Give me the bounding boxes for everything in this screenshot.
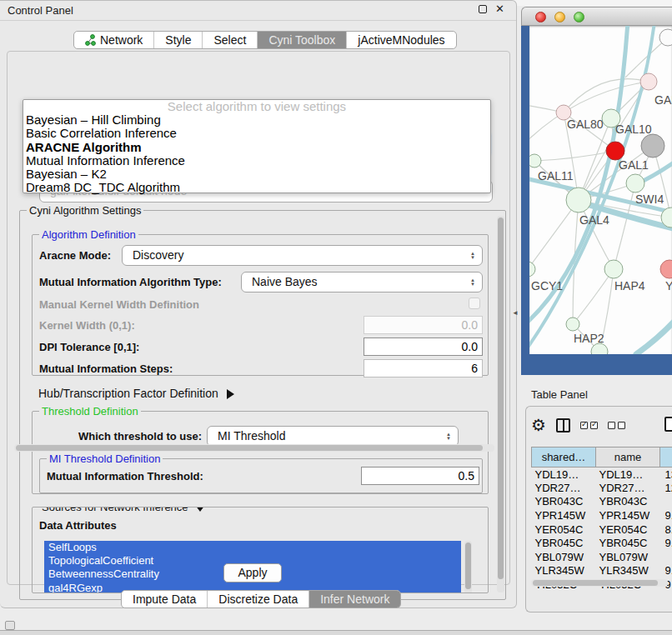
hub-section-label: Hub/Transcription Factor Definition <box>38 387 218 400</box>
deselect-all-icon[interactable] <box>608 422 625 429</box>
data-attribute-item[interactable]: SelfLoops <box>44 541 461 554</box>
network-node-label: GAL10 <box>615 122 652 136</box>
algorithm-dropdown-list: Select algorithm to view settings Bayesi… <box>23 99 491 193</box>
table-row[interactable]: YDR27…YDR27…12 <box>532 481 672 495</box>
network-node-label: GAL11 <box>538 169 574 182</box>
table-row[interactable]: YLR345WYLR345W9. <box>532 564 672 578</box>
network-node-green[interactable] <box>529 154 541 168</box>
network-edge[interactable] <box>614 183 635 269</box>
splitter-handle[interactable]: ◄ <box>512 309 519 317</box>
control-panel-title: Control Panel <box>8 4 73 17</box>
table-panel-toolbar: ⚙ <box>531 413 672 437</box>
mutual-information-threshold-input[interactable]: 0.5 <box>361 467 479 485</box>
settings-scrollbar[interactable] <box>497 216 504 592</box>
hub-section-toggle[interactable]: Hub/Transcription Factor Definition <box>38 387 234 400</box>
table-row[interactable]: YPR145WYPR145W9. <box>532 508 672 522</box>
threshold-definition-title: Threshold Definition <box>39 405 141 418</box>
settings-hscrollbar[interactable] <box>14 444 494 452</box>
aracne-mode-combo[interactable]: Discovery ▲▼ <box>122 245 483 266</box>
gear-icon[interactable]: ⚙ <box>531 417 546 433</box>
algorithm-option[interactable]: Bayesian – Hill Climbing <box>23 113 490 127</box>
tab-jactivemnodules[interactable]: jActiveMNodules <box>347 32 455 48</box>
network-window-frame: GALGAL80GAL10GAL1GAL11SWI4GAL4GCY1HAP4YH… <box>521 26 672 375</box>
tab-impute-data[interactable]: Impute Data <box>122 591 208 608</box>
zoom-traffic-light-icon[interactable] <box>574 12 584 22</box>
network-node-green[interactable] <box>566 318 579 331</box>
kernel-width-label: Kernel Width (0,1): <box>39 319 135 332</box>
tab-cyni-toolbox[interactable]: Cyni Toolbox <box>258 32 347 48</box>
collapsed-panel-icon[interactable] <box>5 621 15 630</box>
table-row[interactable]: YER054CYER054C8. <box>532 522 672 537</box>
algorithm-option[interactable]: Mutual Information Inference <box>23 154 490 168</box>
table-row[interactable]: YBR043CYBR043C <box>532 495 672 509</box>
mi-threshold-definition-title: MI Threshold Definition <box>47 452 163 465</box>
close-icon[interactable]: ✕ <box>495 3 504 15</box>
network-edge[interactable] <box>534 151 615 161</box>
network-node-gray[interactable] <box>641 134 664 158</box>
tab-network[interactable]: Network <box>74 32 154 48</box>
tab-infer-network[interactable]: Infer Network <box>309 591 400 608</box>
select-all-icon[interactable] <box>580 422 598 429</box>
network-node-label: GAL4 <box>579 213 609 227</box>
algorithm-option[interactable]: ARACNE Algorithm <box>23 141 490 154</box>
document-icon[interactable] <box>664 417 672 432</box>
network-node-green[interactable] <box>566 188 591 212</box>
network-node-label: Y <box>665 279 672 292</box>
table-panel-title: Table Panel <box>531 388 588 401</box>
table-column-header[interactable] <box>660 448 672 468</box>
network-graph: GALGAL80GAL10GAL1GAL11SWI4GAL4GCY1HAP4YH… <box>529 26 672 354</box>
attributes-scrollbar[interactable] <box>464 541 472 593</box>
collapsed-arrow-icon <box>227 389 234 399</box>
network-node-pink[interactable] <box>640 73 657 90</box>
kernel-width-input[interactable]: 0.0 <box>364 316 483 334</box>
mi-algorithm-type-combo[interactable]: Naive Bayes ▲▼ <box>241 272 483 292</box>
network-node-label: GAL <box>654 93 672 107</box>
network-node-label: GCY1 <box>531 279 563 292</box>
manual-kernel-width-checkbox[interactable] <box>469 298 480 309</box>
network-node-label: SWI4 <box>635 192 664 206</box>
network-node-green[interactable] <box>626 174 644 192</box>
table-column-header[interactable]: name <box>596 448 660 468</box>
network-node-green[interactable] <box>604 260 623 278</box>
algorithm-option[interactable]: Dream8 DC_TDC Algorithm <box>23 181 490 194</box>
tab-network-label: Network <box>100 33 143 47</box>
dpi-tolerance-label: DPI Tolerance [0,1]: <box>39 341 139 353</box>
columns-icon[interactable] <box>556 418 570 432</box>
network-node-white[interactable] <box>659 29 672 46</box>
mi-threshold-definition-group: MI Threshold Definition Mutual Informati… <box>39 458 483 493</box>
network-window-titlebar[interactable] <box>521 7 672 26</box>
table-row[interactable]: YDL19…YDL19…13 <box>532 468 672 482</box>
network-icon <box>85 34 96 46</box>
mi-steps-label: Mutual Information Steps: <box>39 362 173 375</box>
network-node-salmon[interactable] <box>660 260 672 278</box>
tab-select[interactable]: Select <box>203 32 258 48</box>
network-node-label: HAP2 <box>574 332 604 345</box>
data-attributes-label: Data Attributes <box>39 519 117 532</box>
tab-style[interactable]: Style <box>154 32 203 48</box>
table-row[interactable]: YBL079WYBL079W <box>532 550 672 564</box>
network-edge[interactable] <box>573 269 614 324</box>
table-row[interactable]: YBR045CYBR045C9. <box>532 536 672 550</box>
tab-discretize-data[interactable]: Discretize Data <box>208 591 309 608</box>
dpi-tolerance-input[interactable]: 0.0 <box>364 338 483 356</box>
sources-title[interactable]: Sources for Network Inference <box>39 507 208 513</box>
table-hscrollbar[interactable] <box>531 579 668 587</box>
table-panel: ⚙ shared…name YDL19…YDL19…13YDR27…YDR27…… <box>525 406 672 612</box>
network-node-label: GAL1 <box>619 158 649 172</box>
apply-button[interactable]: Apply <box>223 563 282 582</box>
algorithm-definition-group: Algorithm Definition Aracne Mode: Discov… <box>32 234 489 376</box>
network-edge-thick[interactable] <box>636 319 672 354</box>
algorithm-option[interactable]: Bayesian – K2 <box>23 168 490 181</box>
algorithm-option[interactable]: Basic Correlation Inference <box>23 127 490 140</box>
float-window-icon[interactable] <box>479 5 487 13</box>
node-table[interactable]: shared…name YDL19…YDL19…13YDR27…YDR27…12… <box>531 447 672 592</box>
table-column-header[interactable]: shared… <box>532 448 596 468</box>
stepper-icon: ▲▼ <box>467 274 479 290</box>
network-node-green[interactable] <box>529 262 535 277</box>
close-traffic-light-icon[interactable] <box>535 12 546 22</box>
mi-steps-input[interactable]: 6 <box>364 359 483 378</box>
network-node-red[interactable] <box>606 142 624 160</box>
network-canvas[interactable]: GALGAL80GAL10GAL1GAL11SWI4GAL4GCY1HAP4YH… <box>529 26 672 354</box>
stepper-icon: ▲▼ <box>443 428 454 444</box>
minimize-traffic-light-icon[interactable] <box>554 12 565 22</box>
